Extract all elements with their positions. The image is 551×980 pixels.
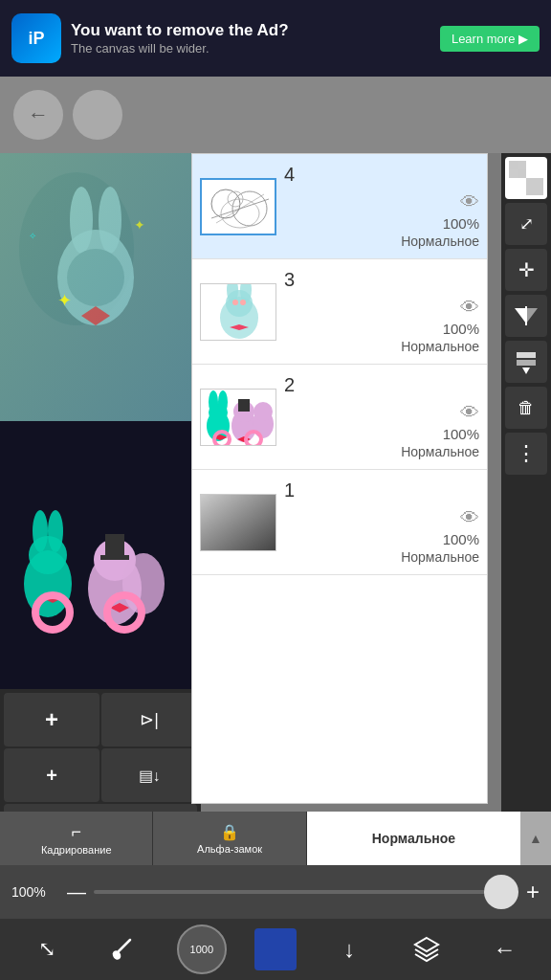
zoom-bar: 100% — + (0, 865, 551, 919)
right-panel: ⤢ ✛ 🗑 ⋮ (501, 153, 551, 823)
svg-rect-58 (509, 161, 518, 169)
layer-1-opacity: 100% (443, 531, 479, 547)
layer-item-3[interactable]: 3 👁 100% Нормальное (192, 259, 487, 365)
crop-label: Кадрирование (41, 844, 112, 856)
merge-visible-button[interactable] (505, 341, 547, 383)
bottom-toolbar: ⤡ 1000 ↓ ← (0, 919, 551, 980)
canvas-bottom[interactable] (0, 421, 201, 689)
svg-point-44 (218, 390, 228, 413)
flip-icon (513, 302, 540, 329)
svg-point-14 (33, 510, 48, 552)
layer-4-blend: Нормальное (401, 234, 479, 249)
brush-size-button[interactable]: 1000 (177, 924, 227, 974)
layers-button[interactable] (402, 924, 452, 974)
merge-down-button[interactable]: ▤↓ (101, 748, 197, 802)
svg-rect-57 (526, 178, 543, 195)
layer-3-opacity: 100% (443, 321, 479, 337)
layer-3-number: 3 (284, 269, 295, 291)
layer-2-visibility[interactable]: 👁 (460, 402, 479, 424)
svg-marker-62 (515, 308, 526, 323)
ad-icon-text: iP (28, 29, 44, 49)
duplicate-layer-button[interactable]: ⊳| (101, 693, 197, 746)
layer-4-thumbnail (200, 178, 276, 235)
layer-2-blend: Нормальное (401, 444, 479, 459)
menu-button[interactable] (73, 90, 122, 140)
color-swatch-button[interactable] (254, 928, 297, 970)
transparency-checker-button[interactable] (505, 157, 547, 199)
zoom-plus-icon: + (526, 879, 540, 904)
back-arrow-button[interactable]: ← (479, 924, 529, 974)
layer-4-number: 4 (284, 164, 295, 186)
layer-4-opacity: 100% (443, 215, 479, 232)
zoom-thumb[interactable] (484, 875, 518, 909)
zoom-out-button[interactable]: — (67, 881, 86, 903)
add-mask-button[interactable]: + (4, 748, 99, 802)
crop-icon: ⌐ (71, 822, 81, 842)
blend-mode-arrow-icon: ▲ (529, 831, 542, 846)
ad-app-icon: iP (11, 13, 61, 63)
layer-2-opacity: 100% (443, 426, 479, 442)
layer-item-1[interactable]: 1 👁 100% Нормальное (192, 470, 487, 575)
alpha-lock-tab[interactable]: 🔒 Альфа-замок (153, 812, 306, 865)
svg-marker-70 (415, 938, 438, 951)
svg-point-49 (253, 402, 273, 421)
ad-learn-more-button[interactable]: Learn more ▶ (440, 26, 540, 52)
svg-rect-20 (100, 555, 129, 560)
download-button[interactable]: ↓ (324, 924, 374, 974)
delete-icon: 🗑 (518, 398, 535, 418)
blend-mode-button[interactable]: Нормальное (307, 812, 520, 865)
layer-3-info: 3 👁 100% Нормальное (284, 269, 479, 354)
transform-button[interactable]: ✛ (505, 249, 547, 291)
svg-rect-60 (526, 161, 535, 169)
svg-point-38 (240, 300, 246, 305)
brush-tool-button[interactable] (99, 924, 149, 974)
layer-2-thumbnail (200, 389, 276, 446)
flip-button[interactable] (505, 295, 547, 337)
svg-rect-61 (535, 169, 543, 178)
layer-3-thumbnail (200, 283, 276, 341)
brush-icon (111, 936, 138, 963)
more-options-button[interactable]: ⋮ (505, 433, 547, 475)
transform-icon: ✛ (518, 258, 535, 281)
canvas-top[interactable]: ✦ ✦ ✧ (0, 153, 201, 421)
bottom-bar: ⌐ Кадрирование 🔒 Альфа-замок Нормальное … (0, 812, 551, 865)
move-canvas-icon: ⤢ (519, 213, 534, 234)
selection-icon: ⤡ (38, 937, 55, 962)
zoom-slider[interactable] (94, 890, 518, 894)
ad-text-block: You want to remove the Ad? The canvas wi… (71, 21, 430, 55)
move-canvas-button[interactable]: ⤢ (505, 203, 547, 245)
back-button[interactable]: ← (13, 90, 63, 140)
svg-rect-65 (517, 352, 536, 358)
alpha-lock-icon: 🔒 (220, 823, 239, 841)
merge-visible-icon (513, 348, 540, 375)
zoom-minus-icon: — (67, 881, 86, 902)
layer-4-info: 4 👁 100% Нормальное (284, 164, 479, 249)
layer-panel: 4 👁 100% Нормальное (191, 153, 488, 804)
crop-tab[interactable]: ⌐ Кадрирование (0, 812, 153, 865)
svg-rect-66 (517, 360, 536, 366)
layer-2-info: 2 👁 100% Нормальное (284, 374, 479, 459)
canvas-area[interactable]: ✦ ✦ ✧ (0, 153, 201, 689)
layer-3-blend: Нормальное (401, 339, 479, 354)
svg-point-15 (48, 510, 63, 552)
ad-subtitle: The canvas will be wider. (71, 41, 430, 56)
svg-point-37 (232, 300, 238, 305)
brush-size-label: 1000 (190, 944, 213, 955)
selection-tool-button[interactable]: ⤡ (22, 924, 72, 974)
back-arrow-icon: ← (493, 936, 516, 963)
layer-4-visibility[interactable]: 👁 (460, 191, 479, 213)
layer-1-visibility[interactable]: 👁 (460, 507, 479, 529)
add-layer-icon: + (45, 706, 58, 733)
svg-line-68 (119, 940, 130, 951)
layer-3-visibility[interactable]: 👁 (460, 297, 479, 319)
delete-layer-button[interactable]: 🗑 (505, 387, 547, 429)
layer-2-number: 2 (284, 374, 295, 396)
svg-rect-10 (0, 153, 201, 421)
top-toolbar: ← (0, 77, 551, 153)
blend-mode-arrow-button[interactable]: ▲ (520, 812, 551, 865)
layer-item-2[interactable]: 2 👁 100% Нормальное (192, 365, 487, 470)
svg-rect-19 (105, 534, 124, 558)
add-layer-button[interactable]: + (4, 693, 99, 746)
layer-item-4[interactable]: 4 👁 100% Нормальное (192, 154, 487, 259)
zoom-in-button[interactable]: + (526, 879, 540, 905)
